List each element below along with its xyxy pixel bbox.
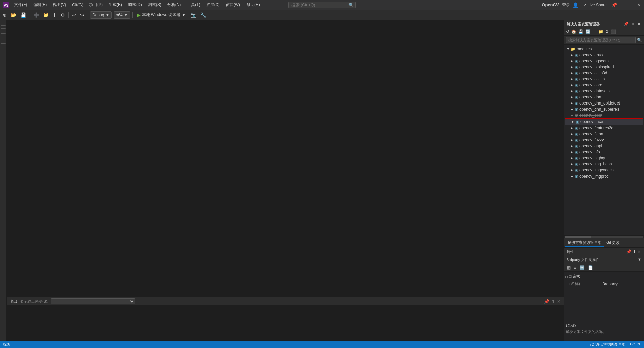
props-property-page-button[interactable]: 📄 xyxy=(587,265,594,270)
add-button[interactable]: ➕ xyxy=(32,11,40,19)
solution-search-input[interactable] xyxy=(566,37,636,43)
tree-item-opencv-flann[interactable]: ▶ ▣ opencv_flann xyxy=(564,131,644,137)
tree-item-modules[interactable]: ▼ 📁 modules xyxy=(564,46,644,52)
menu-edit[interactable]: 编辑(E) xyxy=(31,1,49,8)
chevron-right-icon: ▶ xyxy=(571,108,574,111)
save-all-button[interactable]: 💾 xyxy=(19,11,28,19)
title-bar: VS 文件(F) 编辑(E) 视图(V) Git(G) 项目(P) 生成(B) … xyxy=(0,0,644,10)
tab-solution-explorer[interactable]: 解决方案资源管理器 xyxy=(565,239,604,247)
platform-dropdown[interactable]: x64 ▼ xyxy=(114,11,130,19)
project-icon: ▣ xyxy=(575,113,578,118)
toolbar: ⊕ 📂 💾 ➕ 📁 ⬆ ⚙ ↩ ↪ Debug ▼ x64 ▼ ▶ 本地 Win… xyxy=(0,10,644,20)
tree-label: opencv_aruco xyxy=(579,53,604,57)
menu-tools[interactable]: 工具(T) xyxy=(184,1,203,8)
tree-item-opencv-bioinspired[interactable]: ▶ ▣ opencv_bioinspired xyxy=(564,64,644,70)
solution-close-button[interactable]: ✕ xyxy=(637,21,641,27)
tree-label: opencv_fuzzy xyxy=(579,138,604,142)
menu-analyze[interactable]: 分析(N) xyxy=(165,1,184,8)
project-icon: ▣ xyxy=(575,150,578,154)
status-errors[interactable]: 635⊕0 xyxy=(630,342,641,347)
props-pin-button[interactable]: 📌 xyxy=(626,249,632,254)
open-button[interactable]: 📂 xyxy=(9,11,18,19)
output-close-button[interactable]: ✕ xyxy=(557,299,561,304)
horizontal-scrollbar[interactable] xyxy=(564,235,644,238)
tree-item-opencv-ccalib[interactable]: ▶ ▣ opencv_ccalib xyxy=(564,76,644,82)
props-list-button[interactable]: ≡ xyxy=(573,265,577,270)
sol-collapse-button[interactable]: ⬛ xyxy=(610,29,617,34)
minimize-button[interactable]: ─ xyxy=(623,2,628,8)
tree-item-opencv-core[interactable]: ▶ ▣ opencv_core xyxy=(564,82,644,88)
project-icon: ▣ xyxy=(575,59,578,63)
project-icon: ▣ xyxy=(575,174,578,179)
tree-item-opencv-calib3d[interactable]: ▶ ▣ opencv_calib3d xyxy=(564,70,644,76)
tree-item-opencv-highgui[interactable]: ▶ ▣ opencv_highgui xyxy=(564,155,644,161)
publish-button[interactable]: ⬆ xyxy=(51,11,58,19)
maximize-button[interactable]: □ xyxy=(629,2,635,8)
close-button[interactable]: ✕ xyxy=(636,2,641,8)
menu-extensions[interactable]: 扩展(X) xyxy=(204,1,222,8)
tree-item-opencv-features2d[interactable]: ▶ ▣ opencv_features2d xyxy=(564,125,644,131)
sol-nav-button[interactable]: → xyxy=(592,29,597,34)
sol-refresh-button[interactable]: 🔄 xyxy=(585,29,591,34)
menu-help[interactable]: 帮助(H) xyxy=(244,1,263,8)
tree-item-opencv-imgcodecs[interactable]: ▶ ▣ opencv_imgcodecs xyxy=(564,167,644,173)
tree-item-opencv-img-hash[interactable]: ▶ ▣ opencv_img_hash xyxy=(564,161,644,167)
folder-button[interactable]: 📁 xyxy=(42,11,50,19)
props-float-button[interactable]: ⬆ xyxy=(632,249,637,254)
solution-float-button[interactable]: ⬆ xyxy=(631,21,635,27)
props-grid-button[interactable]: ▦ xyxy=(566,265,572,270)
run-button[interactable]: ▶ 本地 Windows 调试器 ▼ xyxy=(135,11,188,18)
solution-search-icon: 🔍 xyxy=(637,38,642,42)
sol-settings2-button[interactable]: ⚙ xyxy=(605,29,610,34)
output-source-select[interactable] xyxy=(51,298,135,304)
project-icon: ▣ xyxy=(575,107,578,112)
menu-build[interactable]: 生成(B) xyxy=(106,1,125,8)
search-input[interactable] xyxy=(288,2,356,8)
screenshot-button[interactable]: 📷 xyxy=(189,11,198,19)
menu-debug[interactable]: 调试(D) xyxy=(125,1,145,8)
sol-new-folder-button[interactable]: 📁 xyxy=(598,29,604,34)
menu-file[interactable]: 文件(F) xyxy=(11,1,30,8)
editor-area[interactable] xyxy=(7,20,564,297)
menu-project[interactable]: 项目(P) xyxy=(87,1,105,8)
undo-button[interactable]: ↩ xyxy=(71,11,77,19)
sol-save-button[interactable]: 💾 xyxy=(578,29,584,34)
props-close-button[interactable]: ✕ xyxy=(637,249,641,254)
tab-git-changes[interactable]: Git 更改 xyxy=(604,239,622,247)
props-alpha-button[interactable]: 🔤 xyxy=(579,265,586,270)
tree-item-opencv-hfs[interactable]: ▶ ▣ opencv_hfs xyxy=(564,149,644,155)
scrollbar-thumb xyxy=(565,236,591,238)
project-icon: ▣ xyxy=(575,71,578,75)
settings-button[interactable]: ⚙ xyxy=(59,11,66,19)
tree-item-opencv-gapi[interactable]: ▶ ▣ opencv_gapi xyxy=(564,143,644,149)
separator-1 xyxy=(30,12,30,18)
sol-sync-button[interactable]: ↺ xyxy=(565,29,570,34)
menu-window[interactable]: 窗口(W) xyxy=(223,1,243,8)
tree-item-opencv-aruco[interactable]: ▶ ▣ opencv_aruco xyxy=(564,52,644,58)
menu-test[interactable]: 测试(S) xyxy=(145,1,164,8)
menu-view[interactable]: 视图(V) xyxy=(50,1,69,8)
debug-button[interactable]: 🔧 xyxy=(199,11,207,19)
tree-item-opencv-datasets[interactable]: ▶ ▣ opencv_datasets xyxy=(564,88,644,94)
redo-button[interactable]: ↪ xyxy=(79,11,86,19)
search-icon: 🔍 xyxy=(348,3,354,7)
live-share-button[interactable]: ↗ Live Share xyxy=(581,2,609,8)
output-pin-button[interactable]: 📌 xyxy=(544,299,549,304)
debug-config-dropdown[interactable]: Debug ▼ xyxy=(90,11,112,19)
login-button[interactable]: 登录 xyxy=(562,2,570,8)
output-float-button[interactable]: ⬆ xyxy=(551,299,555,304)
tree-item-opencv-dnn[interactable]: ▶ ▣ opencv_dnn xyxy=(564,94,644,100)
tree-item-opencv-face[interactable]: ▶ ▣ opencv_face xyxy=(565,118,643,125)
tree-item-opencv-fuzzy[interactable]: ▶ ▣ opencv_fuzzy xyxy=(564,137,644,143)
tree-item-opencv-dnn-objdetect[interactable]: ▶ ▣ opencv_dnn_objdetect xyxy=(564,100,644,106)
status-source-control[interactable]: ↑C 源代码控制管理器 xyxy=(590,342,625,347)
tree-item-opencv-dnn-superres[interactable]: ▶ ▣ opencv_dnn_superres xyxy=(564,106,644,112)
tree-item-opencv-dpm[interactable]: ▶ ▣ opencv_dpm xyxy=(564,112,644,118)
tree-item-opencv-imgproc[interactable]: ▶ ▣ opencv_imgproc xyxy=(564,173,644,179)
solution-pin-button[interactable]: 📌 xyxy=(623,21,629,27)
sol-home-button[interactable]: 🏠 xyxy=(571,29,577,34)
tree-item-opencv-bgsegm[interactable]: ▶ ▣ opencv_bgsegm xyxy=(564,58,644,64)
props-key-name: (名称) xyxy=(569,281,603,287)
menu-git[interactable]: Git(G) xyxy=(69,2,86,8)
new-button[interactable]: ⊕ xyxy=(1,11,8,19)
